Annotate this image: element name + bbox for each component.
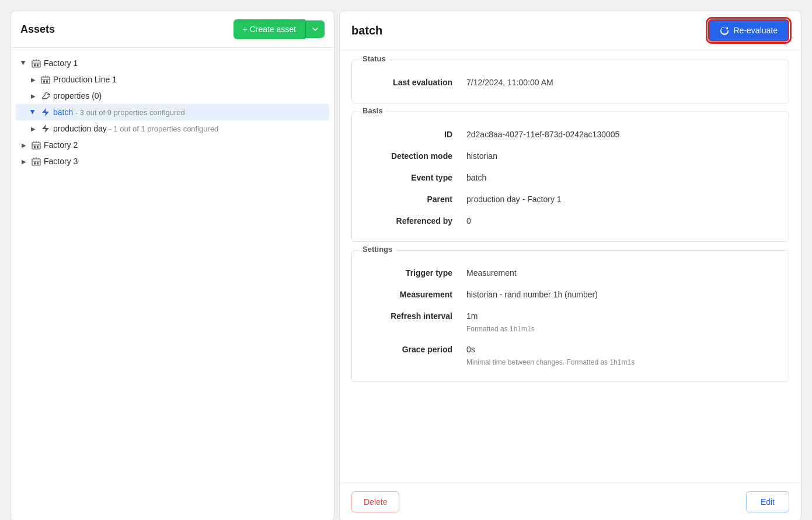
refresh-interval-row: Refresh interval 1m Formatted as 1h1m1s xyxy=(361,306,779,339)
chevron-icon: ▶ xyxy=(19,157,29,166)
svg-rect-0 xyxy=(32,61,40,67)
svg-rect-3 xyxy=(41,77,50,84)
parent-label: Parent xyxy=(361,193,466,206)
factory1-label: Factory 1 xyxy=(44,58,78,68)
trigger-type-label: Trigger type xyxy=(361,267,466,279)
re-evaluate-label: Re-evaluate xyxy=(734,26,778,35)
detection-mode-value: historian xyxy=(466,150,497,162)
create-asset-button[interactable]: + Create asset xyxy=(234,19,305,39)
svg-rect-10 xyxy=(34,162,36,165)
factory-icon xyxy=(31,140,41,150)
basis-section: Basis ID 2d2ac8aa-4027-11ef-873d-0242ac1… xyxy=(351,112,789,242)
factory2-label: Factory 2 xyxy=(44,140,78,150)
event-type-value: batch xyxy=(466,172,486,184)
wrench-icon xyxy=(40,91,51,101)
left-panel: Assets + Create asset ▶ xyxy=(11,11,334,520)
svg-rect-2 xyxy=(37,64,39,67)
lightning-icon xyxy=(40,107,51,117)
parent-value: production day - Factory 1 xyxy=(466,193,562,206)
settings-section: Settings Trigger type Measurement Measur… xyxy=(351,250,789,382)
trigger-type-value: Measurement xyxy=(466,267,517,279)
refresh-icon xyxy=(720,26,729,35)
trigger-type-row: Trigger type Measurement xyxy=(361,262,779,284)
id-row: ID 2d2ac8aa-4027-11ef-873d-0242ac130005 xyxy=(361,124,779,145)
re-evaluate-button[interactable]: Re-evaluate xyxy=(708,19,790,41)
status-section: Status Last evaluation 7/12/2024, 11:00:… xyxy=(351,60,789,103)
parent-row: Parent production day - Factory 1 xyxy=(361,189,779,210)
tree-item-factory2[interactable]: ▶ Factory 2 xyxy=(16,137,329,153)
chevron-icon: ▶ xyxy=(29,75,38,84)
chevron-icon: ▶ xyxy=(29,91,38,100)
tree-item-factory3[interactable]: ▶ Factory 3 xyxy=(16,153,329,169)
properties-label: properties (0) xyxy=(53,91,102,100)
refresh-interval-subtext: Formatted as 1h1m1s xyxy=(466,324,535,334)
assets-title: Assets xyxy=(20,23,55,36)
chevron-icon: ▶ xyxy=(29,108,38,117)
measurement-row: Measurement historian - rand number 1h (… xyxy=(361,284,779,306)
referenced-by-row: Referenced by 0 xyxy=(361,210,779,232)
svg-rect-5 xyxy=(46,81,48,83)
grace-period-subtext: Minimal time between changes. Formatted … xyxy=(466,357,635,368)
refresh-interval-label: Refresh interval xyxy=(361,310,466,323)
tree-item-batch[interactable]: ▶ batch - 3 out of 9 properties configur… xyxy=(16,104,329,120)
last-evaluation-label: Last evaluation xyxy=(361,77,466,89)
referenced-by-value: 0 xyxy=(466,215,471,227)
svg-rect-4 xyxy=(43,81,45,83)
chevron-icon: ▶ xyxy=(19,140,29,150)
event-type-label: Event type xyxy=(361,172,466,184)
factory3-label: Factory 3 xyxy=(44,157,78,166)
event-type-row: Event type batch xyxy=(361,167,779,189)
refresh-interval-value: 1m Formatted as 1h1m1s xyxy=(466,310,535,334)
delete-button[interactable]: Delete xyxy=(351,491,399,512)
detection-mode-label: Detection mode xyxy=(361,150,466,162)
grace-period-value: 0s Minimal time between changes. Formatt… xyxy=(466,344,635,368)
svg-rect-1 xyxy=(34,64,36,67)
right-panel: batch Re-evaluate Status Last evaluation… xyxy=(339,11,801,520)
settings-section-title: Settings xyxy=(359,245,396,254)
lightning-icon xyxy=(40,123,51,134)
svg-rect-9 xyxy=(32,159,40,165)
right-footer: Delete Edit xyxy=(340,483,801,520)
chevron-icon: ▶ xyxy=(19,58,29,68)
id-label: ID xyxy=(361,129,466,141)
production-day-label: production day - 1 out of 1 properties c… xyxy=(53,124,218,133)
edit-button[interactable]: Edit xyxy=(746,491,789,512)
last-evaluation-value: 7/12/2024, 11:00:00 AM xyxy=(466,77,553,89)
factory-icon xyxy=(31,156,41,167)
create-asset-dropdown-button[interactable] xyxy=(305,20,325,38)
id-value: 2d2ac8aa-4027-11ef-873d-0242ac130005 xyxy=(466,129,619,141)
asset-tree: ▶ Factory 1 ▶ xyxy=(11,48,334,520)
svg-rect-8 xyxy=(37,146,39,148)
left-header: Assets + Create asset xyxy=(11,11,334,48)
tree-item-production-day[interactable]: ▶ production day - 1 out of 1 properties… xyxy=(16,120,329,137)
batch-label: batch - 3 out of 9 properties configured xyxy=(53,108,185,117)
tree-item-production-line-1[interactable]: ▶ Production Line 1 xyxy=(16,71,329,88)
basis-section-title: Basis xyxy=(359,106,386,115)
factory-icon xyxy=(31,58,41,68)
measurement-value: historian - rand number 1h (number) xyxy=(466,289,598,301)
settings-section-body: Trigger type Measurement Measurement his… xyxy=(352,251,789,382)
status-section-title: Status xyxy=(359,54,389,63)
tree-item-properties[interactable]: ▶ properties (0) xyxy=(16,88,329,104)
chevron-down-icon xyxy=(312,26,319,33)
right-content: Status Last evaluation 7/12/2024, 11:00:… xyxy=(340,50,801,483)
svg-rect-11 xyxy=(37,162,39,165)
basis-section-body: ID 2d2ac8aa-4027-11ef-873d-0242ac130005 … xyxy=(352,112,789,241)
detail-title: batch xyxy=(351,24,382,37)
svg-rect-7 xyxy=(34,146,36,148)
referenced-by-label: Referenced by xyxy=(361,215,466,227)
app-container: Assets + Create asset ▶ xyxy=(6,6,806,520)
svg-rect-6 xyxy=(32,143,40,149)
production-line-1-label: Production Line 1 xyxy=(53,75,117,84)
factory-icon xyxy=(40,74,51,85)
status-section-body: Last evaluation 7/12/2024, 11:00:00 AM xyxy=(352,60,789,103)
right-header: batch Re-evaluate xyxy=(340,11,801,50)
last-evaluation-row: Last evaluation 7/12/2024, 11:00:00 AM xyxy=(361,72,779,93)
tree-item-factory1[interactable]: ▶ Factory 1 xyxy=(16,55,329,71)
create-asset-group: + Create asset xyxy=(234,19,325,39)
detection-mode-row: Detection mode historian xyxy=(361,145,779,167)
measurement-label: Measurement xyxy=(361,289,466,301)
chevron-icon: ▶ xyxy=(29,124,38,133)
grace-period-row: Grace period 0s Minimal time between cha… xyxy=(361,339,779,372)
grace-period-label: Grace period xyxy=(361,344,466,356)
